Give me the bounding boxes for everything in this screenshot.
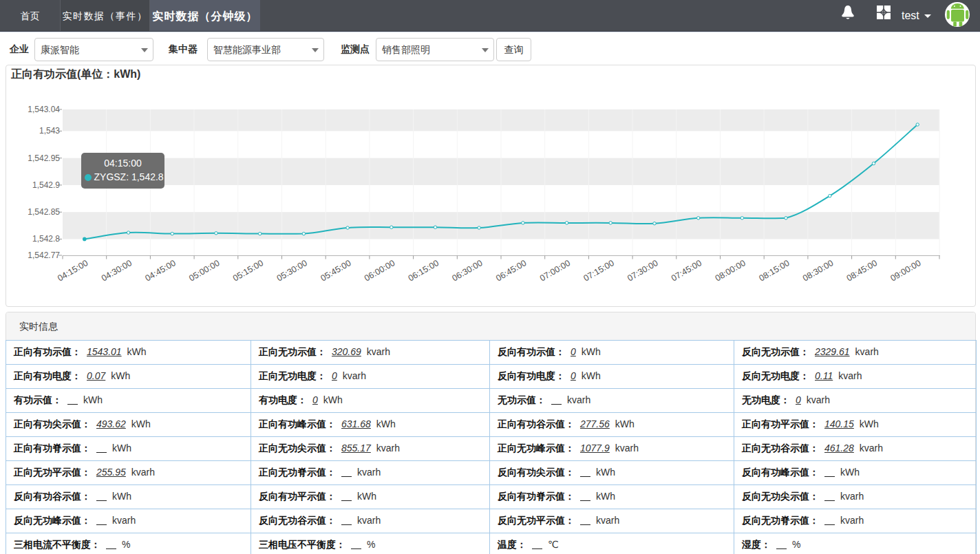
svg-text:05:45:00: 05:45:00 bbox=[319, 258, 352, 283]
svg-text:1,542.9: 1,542.9 bbox=[32, 180, 60, 190]
svg-text:08:45:00: 08:45:00 bbox=[845, 258, 879, 283]
svg-text:06:30:00: 06:30:00 bbox=[450, 258, 484, 283]
svg-text:04:30:00: 04:30:00 bbox=[100, 258, 134, 283]
svg-text:04:45:00: 04:45:00 bbox=[144, 258, 178, 283]
svg-text:09:00:00: 09:00:00 bbox=[888, 258, 922, 283]
svg-text:06:45:00: 06:45:00 bbox=[494, 258, 528, 283]
svg-text:1,542.77: 1,542.77 bbox=[28, 251, 60, 260]
svg-text:1,543: 1,543 bbox=[39, 126, 60, 136]
svg-text:04:15:00: 04:15:00 bbox=[56, 258, 89, 283]
svg-text:08:30:00: 08:30:00 bbox=[801, 258, 835, 283]
svg-text:08:15:00: 08:15:00 bbox=[757, 258, 791, 283]
svg-text:07:00:00: 07:00:00 bbox=[538, 258, 572, 283]
svg-text:07:45:00: 07:45:00 bbox=[670, 258, 703, 283]
svg-text:05:30:00: 05:30:00 bbox=[275, 258, 309, 283]
svg-text:07:30:00: 07:30:00 bbox=[626, 258, 659, 283]
svg-text:1,542.95: 1,542.95 bbox=[28, 153, 60, 163]
svg-text:06:00:00: 06:00:00 bbox=[363, 258, 396, 283]
svg-text:08:00:00: 08:00:00 bbox=[714, 258, 747, 283]
svg-text:07:15:00: 07:15:00 bbox=[582, 258, 616, 283]
svg-text:1,543.04: 1,543.04 bbox=[28, 105, 60, 114]
svg-text:06:15:00: 06:15:00 bbox=[407, 258, 440, 283]
svg-text:1,542.8: 1,542.8 bbox=[32, 234, 60, 244]
svg-text:05:00:00: 05:00:00 bbox=[187, 258, 221, 283]
svg-text:05:15:00: 05:15:00 bbox=[231, 258, 265, 283]
svg-text:1,542.85: 1,542.85 bbox=[28, 207, 60, 217]
